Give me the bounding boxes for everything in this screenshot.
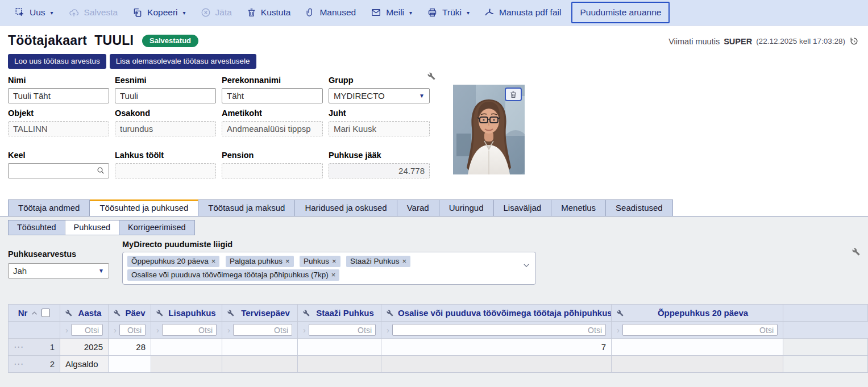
- caret-down-icon[interactable]: ▾: [467, 10, 470, 16]
- attach-pdf-button[interactable]: Manusta pdf fail: [477, 3, 568, 22]
- discard-button[interactable]: Jäta: [194, 3, 239, 22]
- subtab-korrigeerimised[interactable]: Korrigeerimised: [119, 220, 195, 235]
- lahkus-toolt-input[interactable]: [115, 163, 216, 178]
- caret-down-icon[interactable]: ▾: [51, 10, 53, 16]
- filter-expand-icon[interactable]: ›: [617, 325, 620, 335]
- puhkusearvestus-select[interactable]: Jah ▼: [8, 263, 109, 278]
- chip-palgata-puhkus[interactable]: Palgata puhkus×: [226, 256, 294, 267]
- filter-expand-icon[interactable]: ›: [65, 325, 68, 335]
- nr-header[interactable]: Nr: [9, 305, 60, 322]
- chevron-down-icon[interactable]: [522, 261, 530, 269]
- cell-lisapuhkus[interactable]: [151, 356, 222, 373]
- tab-lisavaljad[interactable]: Lisaväljad: [494, 199, 552, 216]
- pension-input[interactable]: [222, 163, 323, 178]
- tab-tootaja-andmed[interactable]: Töötaja andmed: [8, 199, 90, 216]
- save-button[interactable]: Salvesta: [61, 3, 124, 22]
- cell-oppepuhkus[interactable]: [612, 356, 783, 373]
- filter-oppepuhkus-input[interactable]: [622, 324, 778, 336]
- filter-paev-input[interactable]: [119, 324, 146, 336]
- caret-down-icon[interactable]: ▾: [183, 10, 186, 16]
- ametikoht-input[interactable]: [222, 121, 323, 136]
- table-row[interactable]: ⋯2 Algsaldo: [9, 356, 868, 373]
- col-header-tervisepaev[interactable]: Tervisepäev: [222, 305, 298, 322]
- col-header-lisapuhkus[interactable]: Lisapuhkus: [151, 305, 222, 322]
- nimi-input[interactable]: [8, 88, 109, 103]
- chip-remove-icon[interactable]: ×: [402, 257, 406, 265]
- cell-staazi[interactable]: [298, 356, 381, 373]
- juht-input[interactable]: [329, 121, 430, 136]
- wrench-icon[interactable]: [227, 310, 234, 317]
- history-icon[interactable]: [849, 36, 859, 46]
- chip-oppepuhkus[interactable]: Õppepuhkus 20 päeva×: [127, 256, 219, 267]
- tab-tootasud-ja-maksud[interactable]: Töötasud ja maksud: [198, 199, 295, 216]
- row-menu-icon[interactable]: ⋯: [14, 361, 24, 367]
- wrench-icon[interactable]: [65, 310, 72, 317]
- puudumiste-liigid-multiselect[interactable]: Õppepuhkus 20 päeva× Palgata puhkus× Puh…: [122, 252, 536, 285]
- table-row[interactable]: ⋯1 2025 28 7: [9, 339, 868, 356]
- cell-paev[interactable]: 28: [109, 339, 151, 356]
- new-button[interactable]: Uus ▾: [8, 3, 60, 22]
- cell-aasta[interactable]: 2025: [60, 339, 109, 356]
- chip-osalise-pohipuhkus[interactable]: Osalise või puuduva töövõimega töötaja p…: [127, 269, 339, 281]
- osakond-input[interactable]: [115, 121, 216, 136]
- tab-haridused-ja-oskused[interactable]: Haridused ja oskused: [295, 199, 397, 216]
- wrench-icon[interactable]: [427, 72, 435, 80]
- attachments-button[interactable]: Manused: [298, 3, 363, 22]
- col-header-paev[interactable]: Päev: [109, 305, 151, 322]
- filter-lisapuhkus-input[interactable]: [162, 324, 217, 336]
- filter-tervisepaev-input[interactable]: [233, 324, 292, 336]
- search-icon[interactable]: [96, 166, 105, 175]
- cell-oppepuhkus[interactable]: [612, 339, 783, 356]
- col-header-osalise-pohipuhkus[interactable]: Osalise või puuduva töövõimega töötaja p…: [381, 305, 612, 322]
- cell-lisapuhkus[interactable]: [151, 339, 222, 356]
- tab-varad[interactable]: Varad: [397, 199, 439, 216]
- print-button[interactable]: Trüki ▾: [420, 3, 476, 22]
- copy-button[interactable]: Kopeeri ▾: [126, 3, 192, 22]
- create-payroll-button[interactable]: Loo uus töötasu arvestus: [8, 54, 106, 69]
- grupp-select[interactable]: MYDIRECTO ▼: [329, 88, 430, 103]
- caret-down-icon[interactable]: ▾: [409, 10, 412, 16]
- chip-remove-icon[interactable]: ×: [331, 271, 336, 279]
- wrench-icon[interactable]: [387, 310, 393, 317]
- filter-aasta-input[interactable]: [71, 324, 103, 336]
- row-menu-icon[interactable]: ⋯: [14, 344, 24, 350]
- cell-osalise[interactable]: [381, 356, 612, 373]
- filter-expand-icon[interactable]: ›: [227, 325, 230, 335]
- select-all-checkbox[interactable]: [41, 309, 50, 317]
- tab-seadistused[interactable]: Seadistused: [606, 199, 673, 216]
- col-header-staazi-puhkus[interactable]: Staaži Puhkus: [298, 305, 381, 322]
- col-header-aasta[interactable]: Aasta: [60, 305, 109, 322]
- add-to-payroll-button[interactable]: Lisa olemasolevale töötasu arvestusele: [110, 54, 256, 69]
- mail-button[interactable]: Meili ▾: [364, 3, 419, 22]
- chip-remove-icon[interactable]: ×: [211, 257, 216, 265]
- sort-asc-icon[interactable]: [31, 311, 38, 315]
- row-nr-cell[interactable]: ⋯1: [9, 339, 60, 356]
- chip-remove-icon[interactable]: ×: [332, 257, 337, 265]
- filter-expand-icon[interactable]: ›: [387, 325, 389, 335]
- subtab-puhkused[interactable]: Puhkused: [65, 220, 120, 235]
- wrench-icon[interactable]: [114, 310, 121, 317]
- cell-osalise[interactable]: 7: [381, 339, 612, 356]
- subtab-toosuhted[interactable]: Töösuhted: [8, 220, 65, 235]
- tab-menetlus[interactable]: Menetlus: [551, 199, 606, 216]
- wrench-icon[interactable]: [617, 310, 624, 317]
- eesnimi-input[interactable]: [115, 88, 216, 103]
- filter-osalise-input[interactable]: [392, 324, 606, 336]
- delete-photo-button[interactable]: [505, 88, 522, 101]
- cell-paev[interactable]: [109, 356, 151, 373]
- objekt-input[interactable]: [8, 121, 109, 136]
- tab-uuringud[interactable]: Uuringud: [439, 199, 494, 216]
- perekonnanimi-input[interactable]: [222, 88, 323, 103]
- row-nr-cell[interactable]: ⋯2: [9, 356, 60, 373]
- absence-report-button[interactable]: Puudumiste aruanne: [571, 2, 670, 23]
- chip-remove-icon[interactable]: ×: [285, 257, 290, 265]
- wrench-icon[interactable]: [156, 310, 163, 317]
- wrench-icon[interactable]: [303, 310, 310, 317]
- cell-tervisepaev[interactable]: [222, 356, 298, 373]
- chip-puhkus[interactable]: Puhkus×: [300, 256, 340, 267]
- col-header-oppepuhkus[interactable]: Õppepuhkus 20 päeva: [612, 305, 783, 322]
- delete-button[interactable]: Kustuta: [240, 3, 298, 22]
- filter-expand-icon[interactable]: ›: [303, 325, 306, 335]
- chip-staazi-puhkus[interactable]: Staaži Puhkus×: [346, 256, 410, 267]
- cell-tervisepaev[interactable]: [222, 339, 298, 356]
